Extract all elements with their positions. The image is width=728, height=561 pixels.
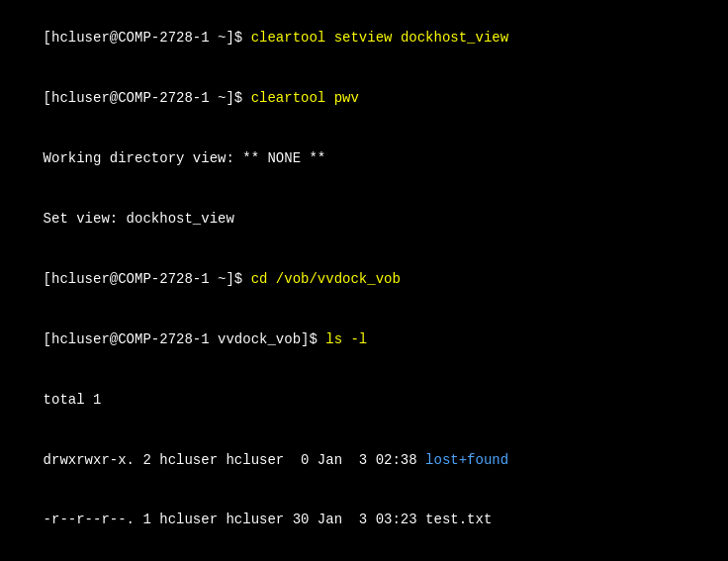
terminal-output-3: Working directory view: ** NONE ** (10, 129, 718, 189)
cmd-2: cleartool pwv (251, 90, 359, 106)
output-4: Set view: dockhost_view (44, 211, 234, 227)
output-8-link: lost+found (425, 452, 508, 468)
terminal-output-4: Set view: dockhost_view (10, 189, 718, 249)
output-7: total 1 (44, 392, 102, 408)
terminal-window[interactable]: [hcluser@COMP-2728-1 ~]$ cleartool setvi… (0, 0, 728, 561)
terminal-line-5: [hcluser@COMP-2728-1 ~]$ cd /vob/vvdock_… (10, 249, 718, 310)
terminal-output-7: total 1 (10, 369, 718, 429)
output-8-text: drwxrwxr-x. 2 hcluser hcluser 0 Jan 3 02… (44, 452, 425, 468)
terminal-line-2: [hcluser@COMP-2728-1 ~]$ cleartool pwv (10, 68, 718, 129)
prompt-6: [hcluser@COMP-2728-1 vvdock_vob]$ (44, 331, 326, 347)
cmd-1: cleartool setview dockhost_view (251, 30, 508, 46)
terminal-output-9: -r--r--r--. 1 hcluser hcluser 30 Jan 3 0… (10, 490, 718, 550)
cmd-6: ls -l (325, 331, 367, 347)
terminal-line-1: [hcluser@COMP-2728-1 ~]$ cleartool setvi… (10, 8, 718, 68)
terminal-output-8: drwxrwxr-x. 2 hcluser hcluser 0 Jan 3 02… (10, 429, 718, 490)
output-3: Working directory view: ** NONE ** (44, 150, 326, 166)
prompt-1: [hcluser@COMP-2728-1 ~]$ (44, 30, 251, 46)
terminal-line-10: [hcluser@COMP-2728-1 vvdock_vob]$ cat te… (10, 550, 718, 561)
terminal-line-6: [hcluser@COMP-2728-1 vvdock_vob]$ ls -l (10, 309, 718, 369)
prompt-2: [hcluser@COMP-2728-1 ~]$ (44, 90, 251, 106)
prompt-5: [hcluser@COMP-2728-1 ~]$ (44, 271, 251, 287)
cmd-5: cd /vob/vvdock_vob (251, 271, 401, 287)
output-9: -r--r--r--. 1 hcluser hcluser 30 Jan 3 0… (44, 512, 493, 527)
